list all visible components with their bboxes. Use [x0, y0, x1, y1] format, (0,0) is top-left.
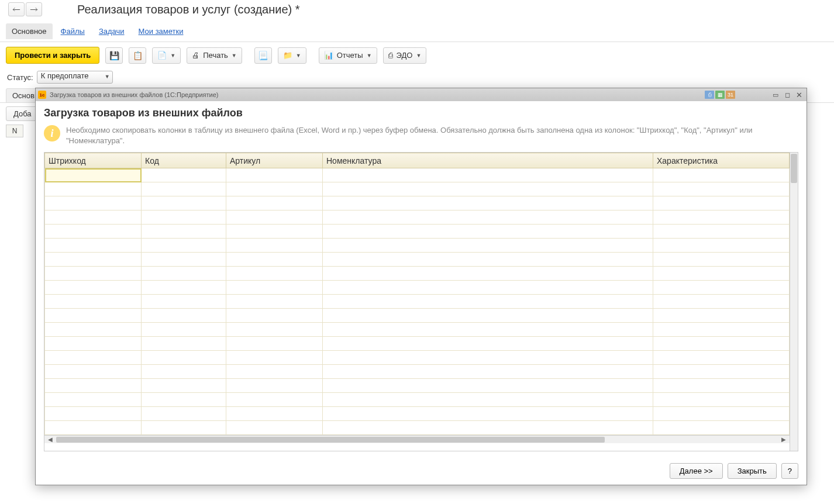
grid-cell[interactable] — [45, 309, 142, 323]
scroll-left-icon[interactable]: ◀ — [47, 436, 54, 443]
grid-cell[interactable] — [653, 267, 790, 281]
grid-cell[interactable] — [142, 323, 226, 337]
col-barcode-header[interactable]: Штрихкод — [45, 153, 142, 168]
col-code-header[interactable]: Код — [142, 153, 226, 168]
horizontal-scrollbar[interactable]: ◀ ▶ — [44, 435, 790, 443]
grid-cell[interactable] — [226, 393, 323, 407]
close-button[interactable]: ✕ — [794, 90, 804, 99]
tab-files[interactable]: Файлы — [55, 23, 91, 39]
grid-cell[interactable] — [45, 365, 142, 379]
grid-cell[interactable] — [653, 168, 790, 182]
grid-cell[interactable] — [45, 168, 142, 182]
grid-cell[interactable] — [226, 323, 323, 337]
grid-cell[interactable] — [142, 196, 226, 210]
grid-cell[interactable] — [142, 210, 226, 225]
grid-cell[interactable] — [653, 379, 790, 393]
grid-cell[interactable] — [323, 253, 653, 267]
grid-cell[interactable] — [45, 323, 142, 337]
scroll-track[interactable] — [56, 437, 778, 443]
grid-cell[interactable] — [226, 267, 323, 281]
grid-cell[interactable] — [653, 182, 790, 196]
grid-cell[interactable] — [45, 295, 142, 309]
grid-cell[interactable] — [226, 253, 323, 267]
grid-cell[interactable] — [142, 267, 226, 281]
grid-cell[interactable] — [45, 393, 142, 407]
scroll-right-icon[interactable]: ▶ — [780, 436, 787, 443]
grid-cell[interactable] — [323, 281, 653, 295]
tab-main[interactable]: Основное — [6, 23, 53, 39]
grid-cell[interactable] — [323, 182, 653, 196]
grid-cell[interactable] — [323, 379, 653, 393]
tab-tasks[interactable]: Задачи — [93, 23, 130, 39]
grid-cell[interactable] — [226, 351, 323, 365]
grid-cell[interactable] — [226, 225, 323, 239]
grid-cell[interactable] — [653, 295, 790, 309]
grid-cell[interactable] — [45, 182, 142, 196]
col-characteristic-header[interactable]: Характеристика — [653, 153, 790, 168]
forward-button[interactable]: 🡒 — [26, 2, 42, 16]
edo-dropdown[interactable]: ⎙ЭДО▼ — [383, 47, 427, 64]
grid-cell[interactable] — [653, 253, 790, 267]
grid-cell[interactable] — [45, 253, 142, 267]
grid-cell[interactable] — [45, 239, 142, 253]
import-grid[interactable]: Штрихкод Код Артикул Номенклатура Характ… — [44, 153, 790, 451]
help-button[interactable]: ? — [781, 463, 798, 479]
grid-cell[interactable] — [45, 337, 142, 351]
save-icon[interactable]: 💾 — [105, 47, 123, 64]
grid-cell[interactable] — [653, 196, 790, 210]
grid-body[interactable] — [45, 168, 790, 435]
grid-cell[interactable] — [142, 309, 226, 323]
grid-cell[interactable] — [226, 239, 323, 253]
grid-cell[interactable] — [653, 210, 790, 225]
tab-notes[interactable]: Мои заметки — [133, 23, 189, 39]
grid-cell[interactable] — [142, 421, 226, 435]
grid-cell[interactable] — [226, 210, 323, 225]
grid-cell[interactable] — [653, 281, 790, 295]
calendar-icon[interactable]: 31 — [726, 91, 735, 99]
dialog-titlebar[interactable]: 1c Загрузка товаров из внешних файлов (1… — [36, 88, 807, 101]
create-based-on-dropdown[interactable]: 📄▼ — [152, 47, 181, 64]
grid-cell[interactable] — [653, 351, 790, 365]
calc-icon[interactable]: ▦ — [715, 91, 725, 99]
grid-cell[interactable] — [226, 281, 323, 295]
list-icon[interactable]: 📃 — [254, 47, 272, 64]
post-and-close-button[interactable]: Провести и закрыть — [6, 47, 99, 64]
grid-cell[interactable] — [45, 225, 142, 239]
col-nomenclature-header[interactable]: Номенклатура — [323, 153, 653, 168]
back-button[interactable]: 🡐 — [8, 2, 25, 16]
grid-cell[interactable] — [142, 393, 226, 407]
grid-cell[interactable] — [323, 309, 653, 323]
grid-cell[interactable] — [45, 379, 142, 393]
grid-cell[interactable] — [226, 421, 323, 435]
grid-cell[interactable] — [323, 393, 653, 407]
grid-cell[interactable] — [226, 379, 323, 393]
grid-cell[interactable] — [323, 196, 653, 210]
grid-cell[interactable] — [45, 281, 142, 295]
grid-cell[interactable] — [226, 337, 323, 351]
grid-cell[interactable] — [323, 407, 653, 421]
close-dialog-button[interactable]: Закрыть — [728, 463, 777, 479]
scroll-thumb[interactable] — [791, 154, 797, 183]
grid-cell[interactable] — [653, 309, 790, 323]
add-button[interactable]: Доба — [6, 106, 39, 121]
grid-cell[interactable] — [323, 225, 653, 239]
print-dropdown[interactable]: 🖨Печать▼ — [187, 47, 242, 64]
grid-cell[interactable] — [142, 337, 226, 351]
scroll-thumb[interactable] — [56, 437, 605, 443]
grid-cell[interactable] — [142, 351, 226, 365]
reports-dropdown[interactable]: 📊Отчеты▼ — [319, 47, 377, 64]
grid-cell[interactable] — [142, 407, 226, 421]
grid-cell[interactable] — [653, 337, 790, 351]
grid-cell[interactable] — [45, 421, 142, 435]
grid-cell[interactable] — [142, 281, 226, 295]
grid-cell[interactable] — [653, 365, 790, 379]
grid-cell[interactable] — [142, 182, 226, 196]
grid-cell[interactable] — [142, 253, 226, 267]
grid-cell[interactable] — [653, 407, 790, 421]
grid-cell[interactable] — [653, 225, 790, 239]
print-preview-icon[interactable]: ⎙ — [705, 91, 714, 99]
grid-cell[interactable] — [226, 196, 323, 210]
attach-dropdown[interactable]: 📁▼ — [278, 47, 306, 64]
grid-cell[interactable] — [142, 239, 226, 253]
grid-cell[interactable] — [226, 168, 323, 182]
